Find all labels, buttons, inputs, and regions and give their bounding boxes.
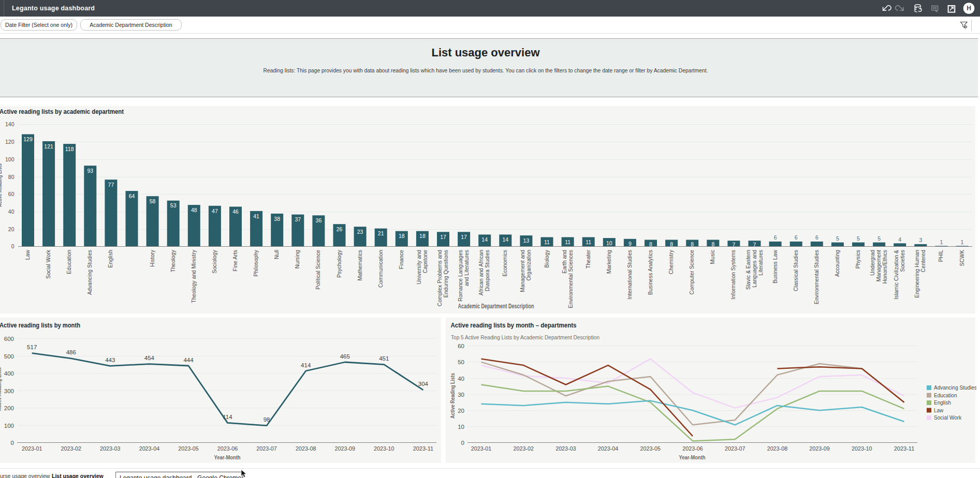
svg-text:13: 13 (523, 237, 530, 244)
svg-text:Biology: Biology (544, 249, 550, 267)
svg-text:14: 14 (481, 236, 488, 243)
svg-text:50: 50 (458, 359, 464, 365)
svg-text:PHIL: PHIL (938, 250, 944, 262)
svg-text:517: 517 (27, 344, 37, 350)
svg-text:9: 9 (628, 241, 632, 247)
svg-text:Physics: Physics (855, 250, 861, 268)
svg-text:118: 118 (65, 146, 74, 152)
svg-text:46: 46 (232, 208, 239, 215)
svg-text:Finance: Finance (398, 250, 404, 270)
svg-text:60: 60 (8, 191, 14, 197)
svg-text:Political Science: Political Science (315, 250, 321, 290)
svg-text:Accounting: Accounting (834, 250, 840, 277)
svg-text:Information Systems: Information Systems (730, 250, 736, 300)
svg-text:Mathematics: Mathematics (357, 250, 363, 281)
svg-text:0: 0 (11, 440, 14, 446)
svg-text:Fine Arts: Fine Arts (232, 250, 238, 271)
svg-text:10: 10 (606, 240, 612, 246)
svg-text:64: 64 (129, 193, 135, 199)
svg-text:2023-06: 2023-06 (217, 445, 238, 452)
svg-text:6: 6 (795, 234, 798, 241)
svg-text:Communication: Communication (377, 250, 384, 288)
svg-text:5: 5 (857, 235, 860, 242)
svg-text:Nursing: Nursing (294, 250, 300, 268)
svg-text:26: 26 (337, 226, 343, 232)
svg-text:38: 38 (274, 216, 280, 222)
svg-text:100: 100 (4, 423, 14, 429)
svg-text:History: History (149, 249, 155, 266)
svg-text:6: 6 (774, 234, 777, 241)
svg-text:International Studies: International Studies (626, 250, 633, 300)
svg-text:40: 40 (8, 208, 14, 215)
svg-text:2023-10: 2023-10 (374, 445, 394, 452)
svg-text:400: 400 (4, 370, 14, 377)
svg-text:2023-05: 2023-05 (178, 445, 199, 452)
svg-text:2023-01: 2023-01 (22, 445, 42, 452)
svg-text:Psychology: Psychology (336, 249, 342, 277)
svg-text:4: 4 (898, 236, 901, 243)
svg-text:2023-03: 2023-03 (100, 445, 121, 452)
svg-text:98: 98 (264, 416, 270, 423)
svg-text:300: 300 (4, 388, 14, 394)
svg-text:14: 14 (502, 236, 508, 243)
svg-text:Top 5 Active Reading Lists by: Top 5 Active Reading Lists by Academic D… (451, 334, 599, 340)
svg-text:Active reading lists by academ: Active reading lists by academic departm… (0, 108, 124, 115)
svg-text:2023-02: 2023-02 (61, 445, 82, 452)
svg-text:114: 114 (223, 414, 232, 420)
svg-text:2023-10: 2023-10 (852, 445, 872, 452)
svg-text:Sociology: Sociology (211, 249, 217, 273)
svg-text:2023-07: 2023-07 (725, 445, 745, 452)
svg-text:Advancing Studies: Advancing Studies (86, 250, 93, 295)
svg-text:Active Reading Lists: Active Reading Lists (0, 163, 3, 207)
svg-text:486: 486 (66, 349, 76, 355)
svg-text:80: 80 (8, 174, 14, 180)
svg-text:English: English (107, 250, 113, 268)
svg-text:23: 23 (357, 229, 363, 235)
svg-text:Active reading lists by month: Active reading lists by month – departme… (451, 321, 577, 329)
svg-text:77: 77 (108, 182, 114, 188)
svg-text:40: 40 (458, 376, 464, 382)
svg-text:11: 11 (565, 239, 571, 245)
svg-text:2023-03: 2023-03 (555, 445, 576, 452)
svg-text:Education: Education (66, 250, 72, 274)
svg-text:Year-Month: Year-Month (214, 454, 241, 460)
svg-text:H: H (967, 5, 971, 12)
svg-text:Academic Department Descriptio: Academic Department Description (458, 303, 534, 310)
svg-text:Marketing: Marketing (606, 250, 612, 274)
svg-text:SCWK: SCWK (959, 250, 965, 266)
svg-text:6: 6 (815, 234, 818, 241)
svg-text:English: English (934, 400, 951, 406)
svg-text:500: 500 (4, 353, 14, 360)
svg-text:21: 21 (378, 230, 384, 236)
svg-text:37: 37 (295, 216, 301, 222)
svg-text:2023-06: 2023-06 (682, 445, 703, 452)
svg-text:20: 20 (458, 408, 464, 414)
svg-text:443: 443 (105, 357, 115, 363)
svg-text:2023-07: 2023-07 (256, 445, 277, 452)
svg-text:451: 451 (379, 355, 389, 362)
svg-text:1: 1 (961, 239, 964, 245)
svg-text:African and AfricanDiaspora St: African and AfricanDiaspora Studies (478, 250, 490, 295)
svg-text:58: 58 (150, 198, 156, 204)
svg-text:Business Law: Business Law (772, 250, 778, 283)
svg-text:11: 11 (586, 239, 591, 245)
svg-text:2023-09: 2023-09 (335, 445, 356, 452)
svg-text:Social Work: Social Work (934, 415, 962, 421)
svg-text:2023-09: 2023-09 (809, 445, 830, 452)
svg-text:120: 120 (5, 139, 14, 145)
svg-text:2023-08: 2023-08 (296, 445, 316, 452)
svg-text:414: 414 (301, 362, 311, 368)
svg-text:Active reading lists by month: Active reading lists by month (0, 321, 80, 329)
svg-text:20: 20 (8, 226, 14, 232)
svg-text:93: 93 (87, 168, 93, 174)
svg-text:Environmental Studies: Environmental Studies (813, 250, 820, 304)
svg-text:Chemistry: Chemistry (668, 249, 674, 274)
svg-text:Null: Null (273, 250, 280, 259)
svg-text:2023-11: 2023-11 (894, 445, 915, 452)
svg-text:444: 444 (183, 357, 194, 363)
svg-text:140: 140 (5, 121, 14, 127)
svg-text:129: 129 (23, 136, 33, 142)
svg-text:10: 10 (458, 424, 464, 430)
svg-text:5: 5 (836, 235, 839, 242)
svg-text:2023-04: 2023-04 (598, 445, 619, 452)
